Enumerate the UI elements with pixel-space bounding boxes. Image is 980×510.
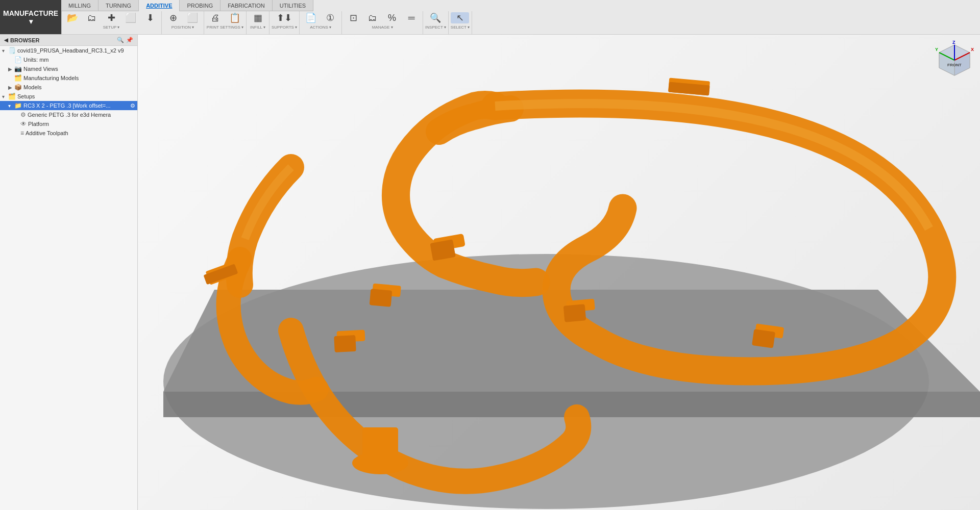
tree-platform[interactable]: 👁 Platform <box>0 119 137 129</box>
named-views-arrow: ▶ <box>8 66 14 72</box>
tree-rc3-setup[interactable]: ▾ 📁 RC3 X 2 - PETG .3 [Work offset=... ⚙ <box>0 101 137 110</box>
toolbar-btn-supports-0[interactable]: ⬆⬇ <box>274 12 295 23</box>
actions-icon-0: 📄 <box>305 13 316 22</box>
toolbar-btn-actions-0[interactable]: 📄 <box>302 12 320 23</box>
tree-container: ▾ 🗒️ covid19_PRUSA_Headband_RC3.1_x2 v9 … <box>0 46 137 138</box>
inspect-label: INSPECT ▾ <box>425 25 446 30</box>
toolbar-btn-setup-3[interactable]: ⬜ <box>121 12 140 23</box>
svg-text:FRONT: FRONT <box>947 63 962 67</box>
toolbar-btn-inspect-0[interactable]: 🔍 <box>426 12 445 23</box>
rc3-settings-icon[interactable]: ⚙ <box>130 103 135 109</box>
toolbar-btn-print-settings-1[interactable]: 📋 <box>226 12 244 23</box>
tab-probing[interactable]: PROBING <box>180 0 220 11</box>
tree-generic-petg[interactable]: ⚙ Generic PETG .3 for e3d Hemera <box>0 110 137 119</box>
toolbar-btn-print-settings-0[interactable]: 🖨 <box>206 12 225 23</box>
actions-label: ACTIONS ▾ <box>310 25 331 30</box>
setup-label: SETUP ▾ <box>103 25 120 30</box>
browser-title: BROWSER <box>10 37 117 43</box>
manufacture-button[interactable]: MANUFACTURE ▾ <box>0 0 62 34</box>
select-icon-0: ↖ <box>456 13 464 22</box>
tab-milling[interactable]: MILLING <box>61 0 99 11</box>
svg-rect-12 <box>334 335 356 352</box>
tab-utilities[interactable]: UTILITIES <box>273 0 313 11</box>
setup-icon-0: 📂 <box>67 13 78 22</box>
browser-collapse-icon[interactable]: ◀ <box>4 37 8 43</box>
units-label: Units: mm <box>23 57 49 63</box>
toolpath-label: Additive Toolpath <box>26 130 68 136</box>
named-views-label: Named Views <box>23 66 58 72</box>
print-settings-label: PRINT SETTINGS ▾ <box>207 25 243 30</box>
setup-icon-2: ✚ <box>108 13 115 22</box>
manage-icon-1: 🗂 <box>368 13 377 22</box>
print-settings-icon-0: 🖨 <box>211 13 220 22</box>
viewport[interactable]: X Y Z FRONT <box>138 35 980 510</box>
toolbar-btn-setup-4[interactable]: ⬇ <box>141 12 159 23</box>
toolbar-group-supports: ⬆⬇SUPPORTS ▾ <box>270 11 300 35</box>
rc3-label: RC3 X 2 - PETG .3 [Work offset=... <box>23 103 128 109</box>
svg-rect-6 <box>370 289 393 307</box>
axis-indicator: X Y Z FRONT <box>934 40 975 81</box>
setup-icon-1: 🗂 <box>87 13 96 22</box>
toolbar-group-select: ↖SELECT ▾ <box>449 11 472 35</box>
tree-units[interactable]: 📄 Units: mm <box>0 55 137 64</box>
toolbar-btn-position-0[interactable]: ⊕ <box>164 12 182 23</box>
position-icon-0: ⊕ <box>169 13 177 22</box>
browser-search-icon[interactable]: 🔍 <box>117 37 124 43</box>
infill-label: INFILL ▾ <box>250 25 265 30</box>
tree-additive-toolpath[interactable]: ≡ Additive Toolpath <box>0 129 137 138</box>
petg-label: Generic PETG .3 for e3d Hemera <box>28 112 111 118</box>
mfg-models-icon: 🗂️ <box>14 74 22 82</box>
manage-icon-0: ⊡ <box>350 13 357 22</box>
select-label: SELECT ▾ <box>451 25 470 30</box>
petg-icon: ⚙ <box>20 111 26 118</box>
tree-manufacturing-models[interactable]: 🗂️ Manufacturing Models <box>0 73 137 83</box>
toolbar-group-manage: ⊡🗂%═MANAGE ▾ <box>342 11 423 35</box>
browser-header: ◀ BROWSER 🔍 📌 <box>0 35 137 46</box>
models-label: Models <box>23 84 41 90</box>
toolbar-btn-position-1[interactable]: ⬜ <box>183 12 202 23</box>
mfg-models-label: Manufacturing Models <box>23 75 79 81</box>
position-label: POSITION ▾ <box>172 25 194 30</box>
toolbar-group-inspect: 🔍INSPECT ▾ <box>423 11 449 35</box>
manage-icon-3: ═ <box>408 13 415 22</box>
left-panel: ◀ BROWSER 🔍 📌 ▾ 🗒️ covid19_PRUSA_Headban… <box>0 35 138 510</box>
toolbar-group-setup: 📂🗂✚⬜⬇SETUP ▾ <box>61 11 162 35</box>
setups-folder-icon: 🗂️ <box>8 93 16 100</box>
supports-label: SUPPORTS ▾ <box>272 25 297 30</box>
named-views-icon: 📷 <box>14 65 22 72</box>
tree-named-views[interactable]: ▶ 📷 Named Views <box>0 64 137 73</box>
units-icon: 📄 <box>14 56 22 63</box>
root-arrow: ▾ <box>2 48 8 54</box>
inspect-icon-0: 🔍 <box>430 13 441 22</box>
toolbar-btn-manage-3[interactable]: ═ <box>402 12 421 23</box>
tree-setups[interactable]: ▾ 🗂️ Setups <box>0 92 137 101</box>
manage-icon-2: % <box>388 13 396 22</box>
manage-label: MANAGE ▾ <box>372 25 393 30</box>
tab-fabrication[interactable]: FABRICATION <box>220 0 273 11</box>
toolbar-btn-select-0[interactable]: ↖ <box>451 12 469 23</box>
models-icon: 📦 <box>14 84 22 91</box>
svg-rect-10 <box>752 329 775 348</box>
tree-models[interactable]: ▶ 📦 Models <box>0 83 137 92</box>
toolbar-btn-manage-1[interactable]: 🗂 <box>363 12 382 23</box>
toolbar-btn-setup-0[interactable]: 📂 <box>63 12 82 23</box>
toolbar-btn-manage-0[interactable]: ⊡ <box>344 12 362 23</box>
tab-turning[interactable]: TURNING <box>99 0 139 11</box>
supports-icon-0: ⬆⬇ <box>277 13 292 22</box>
tree-root[interactable]: ▾ 🗒️ covid19_PRUSA_Headband_RC3.1_x2 v9 <box>0 46 137 55</box>
infill-icon-0: ▦ <box>254 13 262 22</box>
tab-additive[interactable]: ADDITIVE <box>139 0 180 11</box>
browser-pin-icon[interactable]: 📌 <box>126 37 133 43</box>
svg-text:Y: Y <box>935 47 938 52</box>
rc3-arrow: ▾ <box>8 103 14 109</box>
toolbar-btn-infill-0[interactable]: ▦ <box>249 12 267 23</box>
toolbar-btn-actions-1[interactable]: ① <box>321 12 339 23</box>
toolpath-icon: ≡ <box>20 130 24 137</box>
toolbar-btn-setup-1[interactable]: 🗂 <box>83 12 101 23</box>
toolbar-group-actions: 📄①ACTIONS ▾ <box>300 11 342 35</box>
toolbar-btn-setup-2[interactable]: ✚ <box>102 12 120 23</box>
root-icon: 🗒️ <box>8 47 16 54</box>
platform-label: Platform <box>28 121 49 127</box>
manufacture-label: MANUFACTURE <box>3 9 58 17</box>
toolbar-btn-manage-2[interactable]: % <box>383 12 401 23</box>
